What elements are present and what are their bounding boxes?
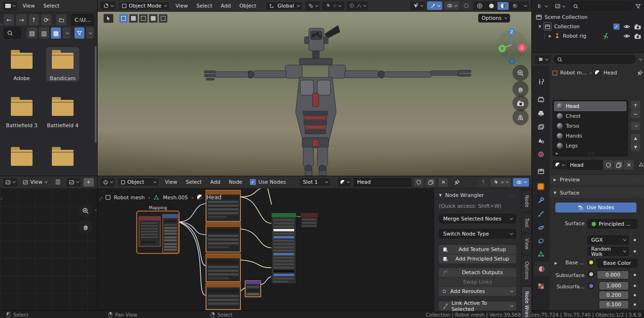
folder-tile[interactable]: Battlefield 3 [5,94,38,129]
breadcrumb-material[interactable]: Head [603,70,617,76]
distribution-dropdown[interactable]: GGX [587,236,629,245]
back-button[interactable]: ← [4,14,14,25]
xray-toggle[interactable] [461,1,471,10]
properties-options-dropdown[interactable] [639,57,642,60]
select-mode-extend[interactable] [129,14,138,23]
material-slot-selected[interactable]: Head [554,101,627,111]
outliner-search-input[interactable] [570,2,633,10]
image-sidebar-toggle[interactable]: ‹ [95,207,97,212]
list-resize-grip[interactable]: :::: [588,151,595,156]
tab-object[interactable] [532,179,550,194]
hide-eye-icon[interactable] [623,23,630,30]
add-texture-setup-button[interactable]: Add Texture Setup [439,245,516,254]
shader-menu-node[interactable]: Node [226,178,245,186]
editor-type-shader-button[interactable] [100,178,115,187]
disable-render-camera-icon[interactable] [634,23,641,30]
tab-view-layer[interactable] [532,120,550,134]
snap-toggle-group[interactable]: ⊹ [322,1,344,10]
file-menu-view[interactable]: View [20,2,38,10]
overlays-toggle[interactable] [444,1,459,10]
unlink-material-button[interactable] [624,160,634,170]
go-to-parent-node-tree-button[interactable]: ↑ [478,178,488,187]
folder-tile[interactable] [46,144,79,166]
shading-solid-button[interactable] [486,2,497,10]
tab-physics[interactable] [532,220,550,235]
radius-y-slider[interactable]: 0.200 [599,291,629,300]
copy-material-button[interactable] [426,178,436,187]
editor-type-properties-button[interactable] [535,55,551,64]
breadcrumb-object[interactable]: Robot mesh [114,195,145,201]
radius-z-slider[interactable]: 0.100 [599,300,629,309]
fake-user-shield-button[interactable] [414,178,423,187]
browse-material-dropdown[interactable] [553,160,566,170]
refresh-button[interactable]: ⟳ [41,14,51,25]
disclosure-triangle-icon[interactable]: ▼ [538,24,541,29]
file-browser-region-toggle[interactable]: › [0,22,2,27]
editor-type-image-button[interactable] [3,178,17,187]
navigation-gizmo[interactable]: Z Y X [493,24,530,66]
use-nodes-checkbox-row[interactable]: ✓ Use Nodes [250,179,286,185]
shader-menu-select[interactable]: Select [183,178,205,186]
animate-dot[interactable] [634,303,636,306]
animate-dot[interactable] [634,239,636,241]
tab-material-active[interactable] [534,262,550,276]
shader-menu-add[interactable]: Add [207,178,223,186]
material-name-field[interactable]: Head [567,160,603,170]
add-principled-setup-button[interactable]: Add Principled Setup [439,254,516,263]
editor-type-outliner-button[interactable] [535,2,550,10]
add-reroutes-dropdown[interactable]: Add Reroutes [439,287,516,296]
radius-x-slider[interactable]: 1.000 [599,281,629,290]
viewport-sidebar-toggle[interactable]: ‹ [528,30,530,35]
use-nodes-button[interactable]: Use Nodes [555,203,636,212]
use-nodes-checkbox[interactable]: ✓ [250,179,256,185]
outliner-row-robot-rig[interactable]: │ ▶ Robot rig [532,31,644,41]
folder-tile[interactable] [5,144,38,166]
tab-output[interactable] [532,106,550,120]
detach-outputs-button[interactable]: Detach Outputs [439,268,516,277]
outliner-row-scene-collection[interactable]: Scene Collection [532,12,644,22]
editor-type-viewport-button[interactable] [100,1,116,10]
base-color-value[interactable]: Base Color [597,259,637,268]
browse-material-dropdown[interactable] [338,178,351,187]
add-material-slot-button[interactable]: + [631,101,640,109]
panel-drag-grip[interactable]: :::: [509,193,516,198]
outliner-display-mode-dropdown[interactable] [552,2,567,10]
shading-dropdown[interactable] [521,2,528,10]
breadcrumb-mesh[interactable]: Mesh.005 [163,195,188,201]
animate-dot[interactable] [634,250,636,253]
proportional-editing-group[interactable] [347,1,368,10]
move-slot-down-button[interactable]: ▼ [631,143,640,151]
material-slot[interactable]: Chest [554,111,627,121]
display-settings-dropdown[interactable] [63,27,70,39]
browse-image-dropdown[interactable] [66,178,81,187]
display-horizontal-list-button[interactable]: ▥ [39,27,49,39]
tab-particles[interactable] [532,207,550,221]
panel-surface-header[interactable]: ▼ Surface :::: [550,188,644,198]
move-view-button[interactable] [512,81,528,97]
image-menu-view[interactable]: View [20,178,50,186]
tab-tool[interactable]: Tool [522,213,531,232]
pin-icon[interactable] [454,179,460,186]
tab-tool[interactable] [532,74,550,89]
remove-material-slot-button[interactable]: − [631,110,640,118]
tab-render[interactable] [532,92,550,106]
viewport-menu-object[interactable]: Object [237,2,259,10]
new-folder-button[interactable]: 🗀 [56,14,66,25]
material-specials-dropdown[interactable] [631,122,640,130]
ortho-perspective-button[interactable] [512,109,528,125]
forward-button[interactable]: → [16,14,26,25]
select-mode-new[interactable] [119,14,128,23]
shading-rendered-button[interactable] [509,2,520,10]
object-visibility-dropdown[interactable] [410,1,425,10]
move-slot-up-button[interactable]: ▲ [631,134,640,142]
camera-view-button[interactable] [512,95,528,111]
tab-modifiers[interactable] [532,193,550,207]
folder-tile[interactable]: Battlefield 4 [46,94,79,129]
material-name-field[interactable]: Head [354,178,411,187]
shading-wireframe-button[interactable] [474,2,485,10]
select-mode-subtract[interactable] [139,14,148,23]
link-active-to-selected-dropdown[interactable]: Link Active To Selected [439,302,516,310]
subsurface-method-dropdown[interactable]: Random Walk [587,247,629,256]
options-dropdown[interactable]: Options [478,14,510,23]
subsurface-value-slider[interactable]: 0.000 [597,270,629,279]
